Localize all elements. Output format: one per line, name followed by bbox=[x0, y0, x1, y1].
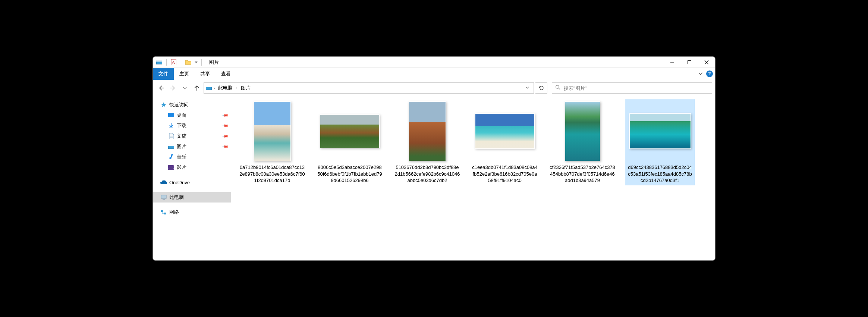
thumbnail bbox=[254, 100, 291, 162]
sidebar-item-documents[interactable]: 文稿 📌 bbox=[153, 131, 231, 141]
search-bar[interactable] bbox=[552, 82, 712, 94]
search-input[interactable] bbox=[564, 85, 709, 91]
pin-icon: 📌 bbox=[221, 132, 229, 139]
titlebar: 图片 bbox=[153, 57, 715, 68]
pin-icon: 📌 bbox=[221, 112, 229, 119]
sidebar-item-label: 网络 bbox=[169, 209, 179, 216]
pin-icon: 📌 bbox=[221, 122, 229, 129]
svg-rect-16 bbox=[168, 144, 174, 146]
sidebar-item-label: 图片 bbox=[177, 143, 186, 150]
thumbnail bbox=[565, 100, 600, 162]
qat-dropdown-icon[interactable] bbox=[195, 62, 198, 63]
file-item[interactable]: 0a712b9014fc6a01dca87cc132e897b8c00a30ee… bbox=[239, 100, 306, 184]
ribbon-tab-share[interactable]: 共享 bbox=[195, 68, 216, 80]
file-item[interactable]: cf2326f71f5ad537b2e764c378454bbb8707def3… bbox=[549, 100, 616, 184]
nav-history-dropdown[interactable] bbox=[180, 83, 190, 93]
sidebar: 快速访问 桌面 📌 下载 📌 文稿 📌 图片 📌 bbox=[153, 96, 231, 260]
document-icon bbox=[168, 133, 174, 139]
file-item[interactable]: c1eea3db0741f1d83a08c08a4fb52e2af3be616b… bbox=[471, 100, 538, 184]
address-dropdown-icon[interactable] bbox=[522, 85, 532, 91]
thumbnail bbox=[475, 100, 535, 162]
ribbon-tab-file[interactable]: 文件 bbox=[153, 68, 174, 80]
sidebar-item-pictures[interactable]: 图片 📌 bbox=[153, 141, 231, 152]
sidebar-item-label: 音乐 bbox=[177, 154, 186, 160]
sidebar-item-label: 此电脑 bbox=[169, 194, 184, 201]
window-controls bbox=[664, 57, 715, 68]
sidebar-item-videos[interactable]: 影片 bbox=[153, 162, 231, 173]
desktop-icon bbox=[168, 112, 174, 119]
sidebar-item-label: 文稿 bbox=[177, 133, 186, 139]
file-name: c1eea3db0741f1d83a08c08a4fb52e2af3be616b… bbox=[471, 164, 538, 184]
video-icon bbox=[168, 164, 174, 171]
pin-icon: 📌 bbox=[221, 143, 229, 150]
svg-rect-20 bbox=[173, 166, 174, 166]
breadcrumb-segment[interactable]: 图片 bbox=[239, 85, 252, 91]
file-item[interactable]: 8006c5e5d3abacce2007e29850f6d6bebf0f1b7f… bbox=[316, 100, 383, 184]
thumbnail bbox=[409, 100, 446, 162]
body: 快速访问 桌面 📌 下载 📌 文稿 📌 图片 📌 bbox=[153, 96, 715, 260]
svg-rect-22 bbox=[161, 195, 166, 198]
download-icon bbox=[168, 122, 174, 129]
sidebar-quick-access[interactable]: 快速访问 bbox=[153, 100, 231, 110]
svg-rect-8 bbox=[206, 86, 212, 87]
properties-qat-icon[interactable] bbox=[170, 59, 177, 66]
window-title: 图片 bbox=[209, 59, 219, 66]
sidebar-network[interactable]: 网络 bbox=[153, 207, 231, 217]
nav-back-button[interactable] bbox=[156, 83, 166, 93]
nav-up-button[interactable] bbox=[192, 83, 202, 93]
pictures-icon bbox=[168, 143, 174, 150]
onedrive-icon bbox=[160, 179, 167, 186]
sidebar-item-label: 桌面 bbox=[177, 112, 186, 119]
svg-rect-11 bbox=[168, 113, 174, 117]
content-pane[interactable]: 0a712b9014fc6a01dca87cc132e897b8c00a30ee… bbox=[231, 96, 715, 260]
svg-rect-21 bbox=[173, 169, 174, 169]
folder-qat-icon[interactable] bbox=[185, 59, 192, 66]
chevron-right-icon[interactable]: › bbox=[214, 86, 215, 90]
sidebar-onedrive[interactable]: OneDrive bbox=[153, 177, 231, 188]
sidebar-item-label: 影片 bbox=[177, 164, 186, 171]
ribbon-expand-icon[interactable] bbox=[698, 71, 703, 77]
refresh-button[interactable] bbox=[535, 82, 547, 94]
file-name: d69cc243836176883d5d2c04c53a51f53fec185a… bbox=[626, 164, 694, 184]
file-item[interactable]: d69cc243836176883d5d2c04c53a51f53fec185a… bbox=[625, 99, 695, 185]
search-icon bbox=[555, 85, 561, 91]
breadcrumb-segment[interactable]: 此电脑 bbox=[216, 85, 235, 91]
location-icon bbox=[205, 85, 212, 91]
help-icon[interactable]: ? bbox=[706, 70, 713, 77]
ribbon-tab-view[interactable]: 查看 bbox=[216, 68, 236, 80]
svg-rect-24 bbox=[161, 210, 163, 212]
close-button[interactable] bbox=[698, 57, 715, 68]
svg-rect-25 bbox=[164, 213, 166, 214]
svg-line-10 bbox=[559, 88, 560, 90]
file-name: 8006c5e5d3abacce2007e29850f6d6bebf0f1b7f… bbox=[316, 164, 383, 184]
explorer-window: 图片 文件 主页 共享 查看 ? bbox=[152, 56, 716, 261]
sidebar-item-desktop[interactable]: 桌面 📌 bbox=[153, 110, 231, 120]
sidebar-item-label: 下载 bbox=[177, 122, 186, 129]
sidebar-item-music[interactable]: 音乐 bbox=[153, 152, 231, 162]
sidebar-item-label: OneDrive bbox=[169, 180, 190, 185]
file-item[interactable]: 5103676dd2b3d790bc3df88e2d1b5662cefe982b… bbox=[394, 100, 461, 184]
thumbnail bbox=[629, 100, 691, 162]
svg-rect-19 bbox=[169, 169, 169, 169]
ribbon-tab-home[interactable]: 主页 bbox=[174, 68, 195, 80]
network-icon bbox=[160, 209, 167, 216]
minimize-button[interactable] bbox=[664, 57, 681, 68]
file-name: 0a712b9014fc6a01dca87cc132e897b8c00a30ee… bbox=[239, 164, 306, 184]
sidebar-item-label: 快速访问 bbox=[169, 101, 189, 108]
quick-access-toolbar: 图片 bbox=[153, 59, 219, 66]
navbar: › 此电脑 › 图片 bbox=[153, 80, 715, 96]
file-name: 5103676dd2b3d790bc3df88e2d1b5662cefe982b… bbox=[394, 164, 461, 184]
ribbon: 文件 主页 共享 查看 ? bbox=[153, 68, 715, 80]
divider bbox=[181, 59, 181, 66]
svg-rect-1 bbox=[156, 60, 162, 62]
sidebar-item-downloads[interactable]: 下载 📌 bbox=[153, 120, 231, 131]
maximize-button[interactable] bbox=[681, 57, 698, 68]
svg-point-9 bbox=[556, 85, 559, 88]
address-bar[interactable]: › 此电脑 › 图片 bbox=[204, 82, 534, 94]
divider bbox=[201, 59, 202, 66]
music-icon bbox=[168, 154, 174, 160]
chevron-right-icon[interactable]: › bbox=[236, 86, 237, 90]
nav-forward-button[interactable] bbox=[168, 83, 178, 93]
sidebar-this-pc[interactable]: 此电脑 bbox=[153, 192, 231, 203]
svg-rect-23 bbox=[163, 199, 165, 200]
